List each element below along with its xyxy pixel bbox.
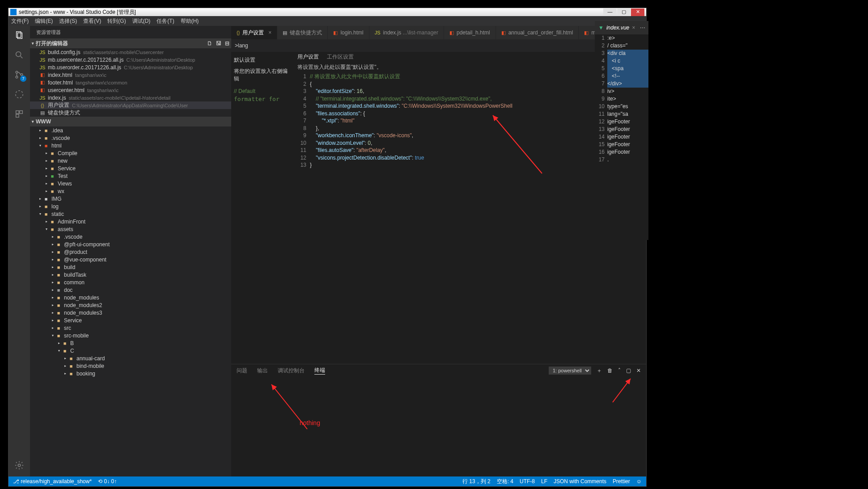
tree-item[interactable]: ▸■Compile bbox=[30, 149, 231, 157]
search-icon[interactable] bbox=[13, 49, 25, 61]
panel-tab[interactable]: 输出 bbox=[257, 367, 268, 375]
tree-item[interactable]: ▸■bind-mobile bbox=[30, 362, 231, 370]
title-bar[interactable]: settings.json - www - Visual Studio Code… bbox=[8, 8, 646, 16]
tree-item[interactable]: ▸■.vscode bbox=[30, 233, 231, 240]
menu-item[interactable]: 文件(F) bbox=[11, 17, 29, 25]
menu-item[interactable]: 查看(V) bbox=[83, 17, 101, 25]
minimize-button[interactable]: — bbox=[603, 8, 617, 16]
gear-icon[interactable] bbox=[13, 459, 25, 471]
explorer-icon[interactable] bbox=[13, 30, 25, 41]
kill-terminal-icon[interactable]: 🗑 bbox=[607, 367, 613, 374]
extensions-icon[interactable] bbox=[13, 108, 25, 120]
maximize-button[interactable]: ▢ bbox=[617, 8, 631, 16]
tree-item[interactable]: ▸■.idea bbox=[30, 126, 231, 134]
close-all-icon[interactable]: ⊟ bbox=[225, 40, 229, 46]
tab-user-settings[interactable]: 用户设置 bbox=[297, 53, 319, 61]
editor-tab[interactable]: ◧annual_card_order_fill.html bbox=[496, 26, 579, 39]
tree-item[interactable]: ▾■assets bbox=[30, 225, 231, 233]
tree-item[interactable]: ▸■log bbox=[30, 202, 231, 210]
tree-item[interactable]: ▸■annual-card bbox=[30, 354, 231, 362]
activity-bar: 7 bbox=[8, 26, 30, 476]
tree-item[interactable]: ▸■doc bbox=[30, 286, 231, 294]
tree-item[interactable]: ▸■booking bbox=[30, 370, 231, 377]
status-item[interactable]: JSON with Comments bbox=[554, 478, 606, 485]
status-sync[interactable]: ⟲ 0↓ 0↑ bbox=[98, 478, 117, 485]
status-item[interactable]: UTF-8 bbox=[520, 478, 535, 485]
more-icon[interactable]: ⋯ bbox=[639, 25, 645, 31]
tree-item[interactable]: ▸■node_modules bbox=[30, 294, 231, 301]
status-item[interactable]: 空格: 4 bbox=[497, 478, 513, 485]
menu-item[interactable]: 帮助(H) bbox=[181, 17, 199, 25]
close-icon[interactable]: × bbox=[268, 30, 271, 36]
status-item[interactable]: ☺ bbox=[636, 478, 642, 485]
open-editor-item[interactable]: {}用户设置C:\Users\Administrator\AppData\Roa… bbox=[30, 101, 231, 109]
menu-item[interactable]: 选择(S) bbox=[59, 17, 77, 25]
tree-item[interactable]: ▸■@product bbox=[30, 248, 231, 256]
open-editor-item[interactable]: ◧index.htmltangshan\wx\c bbox=[30, 71, 231, 79]
terminal-body[interactable]: nothing bbox=[231, 377, 646, 476]
tree-item[interactable]: ▸■node_modules2 bbox=[30, 301, 231, 309]
tree-item[interactable]: ▾■src-mobile bbox=[30, 332, 231, 339]
status-branch[interactable]: ⎇ release/high_available_show* bbox=[13, 478, 92, 485]
panel-close-icon[interactable]: ✕ bbox=[636, 367, 641, 374]
tree-item[interactable]: ▸■new bbox=[30, 157, 231, 164]
editor-tab[interactable]: JSindex.js ...\list-manager bbox=[369, 26, 444, 39]
tree-item[interactable]: ▸■build bbox=[30, 263, 231, 271]
tree-item[interactable]: ▸■@vue-component bbox=[30, 256, 231, 263]
open-editor-item[interactable]: JSmb.userorder.c.20171226.all.jsC:\Users… bbox=[30, 63, 231, 71]
new-file-icon[interactable]: 🗋 bbox=[207, 40, 212, 46]
debug-icon[interactable] bbox=[13, 89, 25, 100]
tab-index-vue[interactable]: ▼ index.vue × ⋯ bbox=[595, 21, 648, 34]
open-editor-item[interactable]: JSindex.jsstatic\assets\src-mobile\C\pde… bbox=[30, 94, 231, 101]
tree-item[interactable]: ▸■@pft-ui-component bbox=[30, 240, 231, 248]
open-editor-item[interactable]: JSmb.usercenter.c.20171226.all.jsC:\User… bbox=[30, 56, 231, 63]
new-terminal-icon[interactable]: ＋ bbox=[597, 367, 602, 375]
tab-close-icon[interactable]: × bbox=[632, 25, 635, 31]
terminal-select[interactable]: 1: powershell bbox=[549, 367, 591, 375]
status-item[interactable]: 行 13，列 2 bbox=[462, 478, 491, 485]
tab-workspace-settings[interactable]: 工作区设置 bbox=[327, 53, 354, 61]
tree-item[interactable]: ▸■Test bbox=[30, 172, 231, 180]
tree-item[interactable]: ▸■Service bbox=[30, 164, 231, 172]
panel-tab[interactable]: 问题 bbox=[237, 367, 247, 375]
tree-item[interactable]: ▸■Service bbox=[30, 316, 231, 324]
close-button[interactable]: ✕ bbox=[631, 8, 644, 16]
menu-item[interactable]: 任务(T) bbox=[157, 17, 174, 25]
editor-tab[interactable]: ◧login.html bbox=[328, 26, 369, 39]
tree-item[interactable]: ▾■C bbox=[30, 347, 231, 354]
status-item[interactable]: Prettier bbox=[613, 478, 630, 485]
open-editor-item[interactable]: ◧footer.htmltangshan\wx\c\common bbox=[30, 79, 231, 86]
tree-item[interactable]: ▸■.vscode bbox=[30, 134, 231, 142]
open-editors-header[interactable]: ▾ 打开的编辑器 🗋 🖫 ⊟ bbox=[30, 38, 231, 48]
tree-item[interactable]: ▸■AdminFront bbox=[30, 218, 231, 225]
settings-search[interactable]: >lang 找到 4 个设置 bbox=[231, 39, 646, 52]
tree-item[interactable]: ▸■common bbox=[30, 278, 231, 286]
editor-tab[interactable]: ◧pdetail_h.html bbox=[444, 26, 496, 39]
panel-tab[interactable]: 终端 bbox=[314, 367, 325, 375]
menu-item[interactable]: 调试(D) bbox=[132, 17, 151, 25]
open-editor-item[interactable]: JSbuild.config.jsstatic\assets\src-mobil… bbox=[30, 48, 231, 56]
tree-item[interactable]: ▾■html bbox=[30, 142, 231, 149]
tree-item[interactable]: ▸■node_modules3 bbox=[30, 309, 231, 316]
project-header[interactable]: ▾ WWW bbox=[30, 117, 231, 126]
tree-item[interactable]: ▸■buildTask bbox=[30, 271, 231, 278]
settings-editor[interactable]: ✎ 12345678910111213 // 将设置放入此文件中以覆盖默认设置 … bbox=[294, 73, 646, 364]
tree-item[interactable]: ▾■static bbox=[30, 210, 231, 218]
panel-tab[interactable]: 调试控制台 bbox=[278, 367, 305, 375]
status-item[interactable]: LF bbox=[541, 478, 547, 485]
menu-item[interactable]: 转到(G) bbox=[107, 17, 126, 25]
editor-tab[interactable]: {}用户设置× bbox=[231, 26, 277, 39]
save-all-icon[interactable]: 🖫 bbox=[216, 40, 221, 46]
open-editor-item[interactable]: ◧usercenter.htmltangshan\wx\c bbox=[30, 86, 231, 94]
scm-icon[interactable]: 7 bbox=[13, 69, 25, 80]
menu-item[interactable]: 编辑(E) bbox=[35, 17, 53, 25]
open-editor-item[interactable]: ▤键盘快捷方式 bbox=[30, 109, 231, 117]
editor-tab[interactable]: ▤键盘快捷方式 bbox=[277, 26, 328, 39]
panel-maximize-icon[interactable]: ▢ bbox=[626, 367, 631, 374]
tree-item[interactable]: ▸■wx bbox=[30, 187, 231, 195]
panel-up-icon[interactable]: ˄ bbox=[618, 367, 621, 374]
tree-item[interactable]: ▸■B bbox=[30, 339, 231, 347]
tree-item[interactable]: ▸■src bbox=[30, 324, 231, 332]
tree-item[interactable]: ▸■IMG bbox=[30, 195, 231, 202]
tree-item[interactable]: ▸■Views bbox=[30, 180, 231, 187]
